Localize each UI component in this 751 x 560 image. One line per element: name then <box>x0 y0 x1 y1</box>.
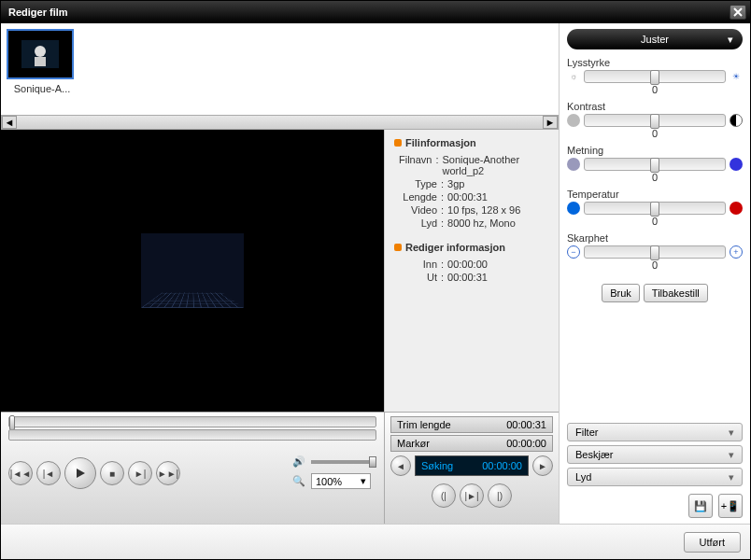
sharpness-minus-icon: − <box>567 245 580 259</box>
adjust-dropdown[interactable]: Juster ▾ <box>567 29 743 49</box>
audio-panel[interactable]: Lyd▾ <box>567 468 743 486</box>
type-label: Type <box>394 178 437 189</box>
marker-value: 00:00:00 <box>506 438 546 449</box>
window-title: Rediger film <box>8 7 68 18</box>
volume-knob[interactable] <box>369 456 376 468</box>
thumbnail-scrollbar[interactable]: ◄ ► <box>1 115 559 130</box>
thumbnail-strip: Sonique-A... <box>1 23 559 115</box>
trim-length-value: 00:00:31 <box>506 419 546 430</box>
svg-point-1 <box>35 46 46 57</box>
zoom-select[interactable]: 100%▾ <box>311 473 371 489</box>
fileinfo-heading: Filinformasjon <box>394 137 549 148</box>
zoom-icon: 🔍 <box>292 475 305 487</box>
temperature-knob[interactable] <box>650 202 659 217</box>
prev-button[interactable]: |◄ <box>36 461 61 485</box>
filter-panel[interactable]: Filter▾ <box>567 423 743 441</box>
temperature-label: Temperatur <box>567 189 743 200</box>
brightness-knob[interactable] <box>650 70 659 85</box>
out-label: Ut <box>394 272 437 283</box>
video-label: Video <box>394 204 437 216</box>
sharpness-slider[interactable] <box>584 245 726 259</box>
apply-button[interactable]: Bruk <box>602 284 640 302</box>
chevron-down-icon: ▾ <box>729 471 734 483</box>
timeline[interactable] <box>8 416 376 427</box>
marker-row: Markør00:00:00 <box>390 435 553 452</box>
add-device-button[interactable]: +📱 <box>718 494 743 518</box>
video-value: 10 fps, 128 x 96 <box>447 204 520 216</box>
temperature-value: 0 <box>567 216 743 227</box>
out-value: 00:00:31 <box>447 272 488 283</box>
seek-next-button[interactable]: ► <box>532 455 553 476</box>
sharpness-label: Skarphet <box>567 232 743 244</box>
type-value: 3gp <box>447 178 464 189</box>
seek-time: 00:00:00 <box>482 460 522 471</box>
saturation-value: 0 <box>567 172 743 183</box>
first-button[interactable]: |◄◄ <box>8 461 33 485</box>
sharpness-value: 0 <box>567 259 743 271</box>
play-range-button[interactable]: |►| <box>460 483 484 508</box>
chevron-down-icon: ▾ <box>728 34 733 46</box>
brightness-slider[interactable] <box>584 70 726 83</box>
length-label: Lengde <box>394 191 437 203</box>
filename-label: Filnavn <box>394 154 432 176</box>
seek-label: Søking <box>421 460 453 471</box>
filter-label: Filter <box>575 427 598 438</box>
adjust-dropdown-label: Juster <box>641 34 669 45</box>
mark-in-button[interactable]: (| <box>432 483 456 508</box>
sharpness-knob[interactable] <box>650 245 659 260</box>
crop-panel[interactable]: Beskjær▾ <box>567 445 743 464</box>
stop-button[interactable]: ■ <box>100 461 124 485</box>
saturation-low-icon <box>567 158 580 171</box>
temperature-cold-icon <box>567 202 580 215</box>
chevron-down-icon: ▾ <box>729 427 734 439</box>
thumbnail-label: Sonique-A... <box>7 83 78 94</box>
contrast-slider[interactable] <box>584 114 726 127</box>
trim-track[interactable] <box>8 429 376 441</box>
contrast-low-icon <box>567 114 580 127</box>
thumbnail-image <box>7 29 74 79</box>
in-value: 00:00:00 <box>447 259 488 270</box>
seek-prev-button[interactable]: ◄ <box>390 455 411 476</box>
close-button[interactable] <box>730 5 746 20</box>
saturation-high-icon <box>730 158 743 171</box>
thumbnail-item[interactable]: Sonique-A... <box>7 29 78 109</box>
volume-slider[interactable] <box>311 460 376 464</box>
sharpness-plus-icon: + <box>730 245 743 259</box>
timeline-handle[interactable] <box>9 415 15 430</box>
brightness-value: 0 <box>567 84 743 95</box>
brightness-high-icon: ☀ <box>730 70 743 83</box>
marker-label: Markør <box>397 438 506 449</box>
zoom-value: 100% <box>316 476 342 487</box>
next-button[interactable]: ►| <box>128 461 152 485</box>
last-button[interactable]: ►►| <box>156 461 180 485</box>
contrast-high-icon <box>730 114 743 127</box>
scroll-left-button[interactable]: ◄ <box>2 116 17 129</box>
brightness-low-icon: ☼ <box>567 70 580 83</box>
video-preview <box>1 130 384 412</box>
scroll-right-button[interactable]: ► <box>543 116 558 129</box>
contrast-value: 0 <box>567 128 743 139</box>
saturation-knob[interactable] <box>650 158 659 173</box>
temperature-slider[interactable] <box>584 202 726 215</box>
done-button[interactable]: Utført <box>684 532 742 553</box>
info-panel: Filinformasjon Filnavn:Sonique-Another w… <box>384 130 559 412</box>
filename-value: Sonique-Another world_p2 <box>443 154 550 176</box>
brightness-label: Lysstyrke <box>567 57 743 68</box>
contrast-label: Kontrast <box>567 101 743 112</box>
play-button[interactable] <box>64 457 96 489</box>
audio-label: Lyd <box>394 217 437 229</box>
length-value: 00:00:31 <box>447 191 488 203</box>
svg-rect-2 <box>35 57 46 66</box>
chevron-down-icon: ▾ <box>729 449 734 461</box>
trim-length-row: Trim lengde00:00:31 <box>390 416 553 433</box>
scroll-track[interactable] <box>17 116 543 129</box>
reset-button[interactable]: Tilbakestill <box>644 284 708 302</box>
saturation-label: Metning <box>567 145 743 156</box>
contrast-knob[interactable] <box>650 114 659 129</box>
chevron-down-icon: ▾ <box>361 475 366 487</box>
save-tool-button[interactable]: 💾 <box>688 494 713 518</box>
mark-out-button[interactable]: |) <box>488 483 512 508</box>
editinfo-heading: Rediger informasjon <box>394 242 549 253</box>
temperature-warm-icon <box>730 202 743 215</box>
saturation-slider[interactable] <box>584 158 726 171</box>
